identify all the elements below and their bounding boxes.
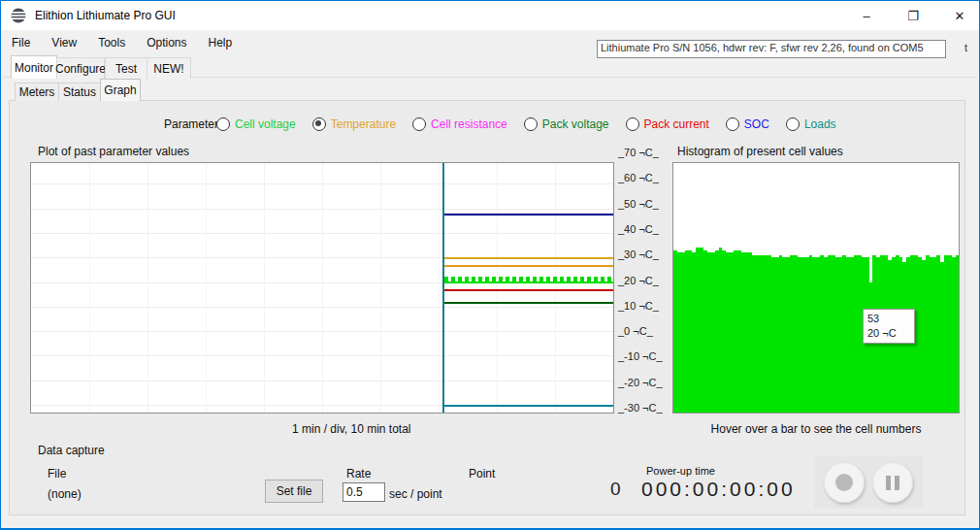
v-gridline xyxy=(497,163,498,413)
tooltip-cell-value: 20 ¬C xyxy=(867,326,910,341)
radio-circle-cell-resistance[interactable] xyxy=(412,117,426,131)
radio-cell-voltage[interactable]: Cell voltage xyxy=(216,117,296,131)
v-gridline xyxy=(147,163,148,413)
v-gridline xyxy=(555,163,556,413)
v-gridline xyxy=(89,163,90,413)
radio-cell-resistance[interactable]: Cell resistance xyxy=(412,117,507,131)
radio-circle-temperature[interactable] xyxy=(312,117,326,131)
tab-status[interactable]: Status xyxy=(58,83,101,101)
radio-label-temperature: Temperature xyxy=(331,117,396,131)
powerup-time-value: 000:00:00:00 xyxy=(641,478,796,501)
app-logo-icon xyxy=(10,7,27,24)
histogram-area[interactable] xyxy=(672,162,960,414)
radio-pack-current[interactable]: Pack current xyxy=(626,117,709,131)
v-gridline xyxy=(380,163,381,413)
tab-configure[interactable]: Configure xyxy=(56,57,105,79)
menu-help[interactable]: Help xyxy=(198,30,244,55)
close-button[interactable]: ✕ xyxy=(937,1,980,30)
radio-label-soc: SOC xyxy=(744,117,769,131)
menu-tools[interactable]: Tools xyxy=(87,30,136,55)
time-cursor-line xyxy=(442,163,444,413)
plot-caption: 1 min / div, 10 min total xyxy=(292,422,411,436)
data-capture-label: Data capture xyxy=(38,444,105,457)
plot-area xyxy=(30,162,614,414)
radio-circle-cell-voltage[interactable] xyxy=(216,117,230,131)
radio-label-pack-voltage: Pack voltage xyxy=(542,117,609,131)
cell-temps-line xyxy=(444,277,613,283)
tab-test[interactable]: Test xyxy=(105,57,147,79)
parameter-label: Parameter xyxy=(164,117,218,131)
y-axis-label: _30 ¬C_ xyxy=(618,248,672,260)
point-label: Point xyxy=(469,467,495,480)
rate-input[interactable] xyxy=(343,482,385,502)
y-axis-label: _70 ¬C_ xyxy=(618,147,672,158)
red-line xyxy=(444,289,613,291)
record-controls-panel xyxy=(814,456,923,509)
y-axis-label: _10 ¬C_ xyxy=(618,300,672,312)
histogram-tooltip: 53 20 ¬C xyxy=(863,309,915,344)
v-gridline xyxy=(264,163,265,413)
y-axis-label: _40 ¬C_ xyxy=(618,223,672,235)
y-axis-label: _50 ¬C_ xyxy=(618,198,672,210)
pause-button[interactable] xyxy=(872,462,913,503)
radio-loads[interactable]: Loads xyxy=(786,117,836,131)
pause-icon xyxy=(886,476,899,490)
v-gridline xyxy=(322,163,323,413)
gold-lower-line xyxy=(444,265,613,267)
radio-label-cell-resistance: Cell resistance xyxy=(431,117,507,131)
window-title: Elithion Lithiumate Pro GUI xyxy=(35,9,176,22)
point-value: 0 xyxy=(610,479,621,500)
stray-t-label: t xyxy=(964,42,967,53)
title-bar: Elithion Lithiumate Pro GUI – ❐ ✕ xyxy=(1,1,979,30)
radio-pack-voltage[interactable]: Pack voltage xyxy=(524,117,609,131)
histogram-bar[interactable] xyxy=(956,255,960,413)
tab-meters[interactable]: Meters xyxy=(15,83,59,101)
gold-upper-line xyxy=(444,257,613,259)
radio-label-pack-current: Pack current xyxy=(644,117,709,131)
radio-circle-loads[interactable] xyxy=(786,117,800,131)
radio-circle-soc[interactable] xyxy=(726,117,739,131)
maximize-button[interactable]: ❐ xyxy=(891,1,935,30)
teal-line xyxy=(444,405,613,407)
y-axis-label: _60 ¬C_ xyxy=(618,172,672,183)
radio-soc[interactable]: SOC xyxy=(726,117,769,131)
menu-view[interactable]: View xyxy=(41,30,87,55)
v-gridline xyxy=(439,163,440,413)
radio-circle-pack-voltage[interactable] xyxy=(524,117,538,131)
tab-graph[interactable]: Graph xyxy=(100,79,141,101)
record-icon xyxy=(835,474,853,491)
rate-label: Rate xyxy=(346,467,371,480)
minimize-button[interactable]: – xyxy=(844,1,889,30)
y-axis-label: _-10 ¬C_ xyxy=(618,350,672,362)
app-window: Elithion Lithiumate Pro GUI – ❐ ✕ FileVi… xyxy=(0,0,980,530)
menu-options[interactable]: Options xyxy=(136,30,197,55)
parameter-radio-group: Cell voltageTemperatureCell resistancePa… xyxy=(216,116,836,133)
file-label: File xyxy=(48,467,66,480)
radio-label-loads: Loads xyxy=(804,117,836,131)
tooltip-cell-number: 53 xyxy=(867,312,910,326)
v-gridline xyxy=(206,163,207,413)
tab-new[interactable]: NEW! xyxy=(147,57,191,79)
dark-green-line xyxy=(444,302,613,304)
device-status-box[interactable]: Lithiumate Pro S/N 1056, hdwr rev: F, sf… xyxy=(597,40,946,58)
y-axis-label: _0 ¬C_ xyxy=(618,325,672,337)
navy-line xyxy=(444,214,613,215)
record-button[interactable] xyxy=(824,462,865,503)
plot-title: Plot of past parameter values xyxy=(38,145,189,158)
menu-file[interactable]: File xyxy=(1,30,41,55)
file-value: (none) xyxy=(48,487,82,501)
y-axis-label: _-30 ¬C_ xyxy=(618,402,672,414)
radio-temperature[interactable]: Temperature xyxy=(312,117,396,131)
histogram-caption: Hover over a bar to see the cell numbers xyxy=(672,422,960,436)
radio-circle-pack-current[interactable] xyxy=(626,117,639,131)
radio-label-cell-voltage: Cell voltage xyxy=(235,117,296,131)
y-axis-label: _20 ¬C_ xyxy=(618,275,672,286)
rate-unit-label: sec / point xyxy=(389,487,442,501)
powerup-time-label: Power-up time xyxy=(646,465,715,477)
tab-monitor[interactable]: Monitor xyxy=(11,55,57,79)
histogram-title: Histogram of present cell values xyxy=(677,145,843,158)
y-axis-label: _-20 ¬C_ xyxy=(618,377,672,388)
set-file-button[interactable]: Set file xyxy=(265,480,323,503)
